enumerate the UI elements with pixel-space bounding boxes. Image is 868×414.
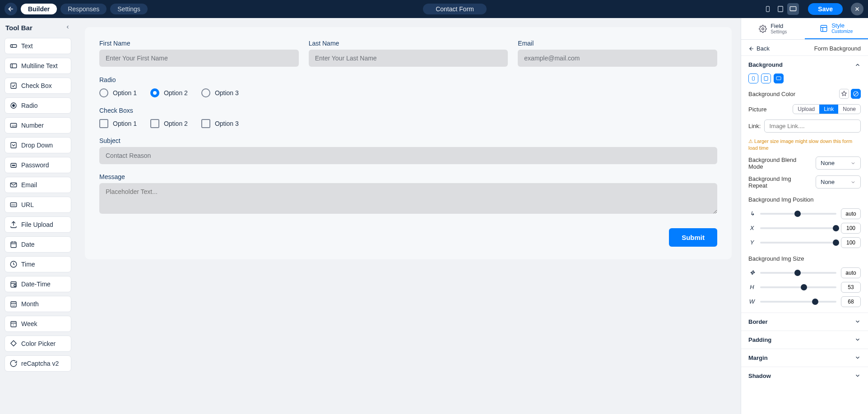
style-back-button[interactable]: Back (748, 45, 770, 52)
device-tablet[interactable] (775, 3, 786, 15)
svg-point-15 (13, 165, 14, 166)
submit-button[interactable]: Submit (669, 228, 717, 247)
toolbar-collapse[interactable] (65, 23, 70, 32)
tab-builder[interactable]: Builder (21, 4, 57, 14)
tool-text[interactable]: Text (5, 38, 71, 54)
svg-rect-12 (11, 143, 16, 148)
section-shadow[interactable]: Shadow (741, 367, 868, 385)
toolbar-title: Tool Bar (5, 24, 32, 32)
svg-point-27 (14, 285, 16, 287)
radio-option-2[interactable]: Option 2 (150, 88, 188, 97)
radio-icon (201, 88, 210, 97)
radio-option-1[interactable]: Option 1 (99, 88, 137, 97)
bg-size-value-2[interactable] (841, 296, 861, 307)
bg-pos-value-0[interactable] (841, 208, 861, 219)
bg-device-tablet[interactable] (761, 74, 771, 83)
image-size-warning: ⚠ Larger size image might slow down this… (748, 138, 861, 151)
bg-size-slider-0[interactable] (760, 272, 836, 274)
checkbox-icon (150, 119, 159, 128)
last-name-input[interactable] (309, 50, 508, 67)
radio-option-3[interactable]: Option 3 (201, 88, 239, 97)
bg-size-value-1[interactable] (841, 282, 861, 293)
tool-date-time[interactable]: Date-Time (5, 276, 71, 292)
tool-multiline-text[interactable]: Multiline Text (5, 58, 71, 74)
svg-point-16 (14, 165, 15, 166)
date-icon (9, 240, 18, 248)
subject-label: Subject (99, 137, 717, 144)
svg-text:123: 123 (12, 124, 17, 127)
rp-tab-field[interactable]: FieldSettings (741, 18, 805, 39)
bg-size-slider-1[interactable] (760, 286, 836, 288)
tab-settings[interactable]: Settings (110, 4, 148, 14)
tool-password[interactable]: Password (5, 157, 71, 173)
image-link-input[interactable] (764, 120, 861, 133)
checkbox-option-3[interactable]: Option 3 (201, 119, 239, 128)
svg-rect-3 (10, 45, 17, 47)
svg-text:12: 12 (12, 304, 15, 307)
bg-pos-value-1[interactable] (841, 223, 861, 234)
tool-email[interactable]: Email (5, 177, 71, 193)
section-border[interactable]: Border (741, 313, 868, 331)
bg-device-desktop[interactable] (774, 74, 784, 83)
device-mobile[interactable] (762, 3, 774, 15)
checkbox-option-2[interactable]: Option 2 (150, 119, 188, 128)
tool-recaptcha-v2[interactable]: reCaptcha v2 (5, 355, 71, 372)
checkbox-group-label: Check Boxs (99, 107, 133, 114)
blend-select[interactable]: None (816, 156, 861, 170)
tool-month[interactable]: 12Month (5, 296, 71, 312)
tool-date[interactable]: Date (5, 236, 71, 253)
section-padding[interactable]: Padding (741, 331, 868, 349)
tool-radio[interactable]: Radio (5, 97, 71, 114)
tool-drop-down[interactable]: Drop Down (5, 137, 71, 153)
tool-file-upload[interactable]: File Upload (5, 216, 71, 233)
picture-seg-upload[interactable]: Upload (793, 105, 819, 114)
datetime-icon (9, 280, 18, 288)
email-input[interactable] (518, 50, 717, 67)
svg-point-34 (762, 28, 764, 30)
section-background[interactable]: Background (741, 56, 868, 74)
tool-number[interactable]: 123Number (5, 117, 71, 133)
time-icon (9, 260, 18, 268)
device-toggle (762, 3, 799, 15)
back-button[interactable] (5, 3, 17, 15)
bg-size-value-0[interactable] (841, 267, 861, 278)
section-margin[interactable]: Margin (741, 349, 868, 367)
picture-seg-link[interactable]: Link (819, 105, 838, 114)
bg-pos-slider-0[interactable] (760, 213, 836, 215)
svg-text:www: www (11, 204, 16, 206)
rp-tab-style[interactable]: StyleCustomize (805, 18, 868, 39)
bg-device-mobile[interactable] (748, 74, 758, 83)
bg-pos-slider-1[interactable] (760, 227, 836, 229)
tool-time[interactable]: Time (5, 256, 71, 272)
subject-input[interactable] (99, 147, 717, 164)
tab-responses[interactable]: Responses (60, 4, 107, 14)
blend-label: Background Blend Mode (748, 156, 803, 170)
bg-size-slider-2[interactable] (760, 301, 836, 303)
device-desktop[interactable] (787, 3, 799, 15)
close-button[interactable] (851, 3, 863, 15)
first-name-input[interactable] (99, 50, 299, 67)
tool-color-picker[interactable]: Color Picker (5, 336, 71, 352)
picture-seg-none[interactable]: None (838, 105, 860, 114)
tool-url[interactable]: wwwURL (5, 197, 71, 213)
svg-point-14 (12, 165, 13, 166)
chevron-down-icon (854, 318, 861, 325)
color-picker-icon[interactable] (839, 89, 849, 99)
save-button[interactable]: Save (808, 3, 843, 15)
url-icon: www (9, 201, 18, 209)
chevron-down-icon (854, 373, 861, 379)
form-title[interactable]: Contact Form (423, 4, 487, 14)
message-textarea[interactable] (99, 183, 717, 214)
checkbox-icon (9, 82, 18, 90)
repeat-select[interactable]: None (816, 175, 861, 189)
bg-pos-value-2[interactable] (841, 237, 861, 248)
radio-group-label: Radio (99, 76, 116, 83)
color-none-icon[interactable] (851, 89, 861, 99)
bg-pos-slider-2[interactable] (760, 242, 836, 244)
checkbox-option-1[interactable]: Option 1 (99, 119, 137, 128)
tool-check-box[interactable]: Check Box (5, 78, 71, 94)
tool-week[interactable]: 7Week (5, 316, 71, 332)
gear-icon (759, 25, 767, 33)
upload-icon (9, 221, 18, 229)
last-name-label: Last Name (309, 40, 508, 47)
